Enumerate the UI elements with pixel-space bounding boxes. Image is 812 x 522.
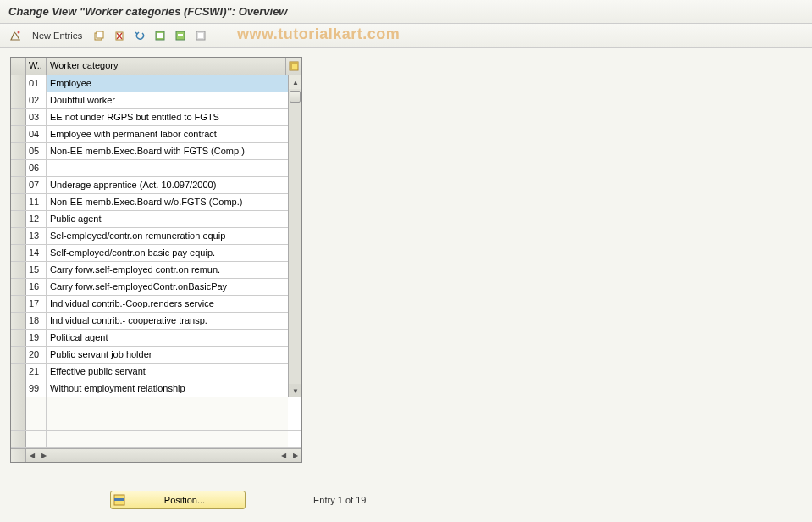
cell-code[interactable]: 15: [26, 262, 47, 278]
category-input[interactable]: [50, 163, 284, 173]
row-selector[interactable]: [11, 126, 26, 142]
cell-code[interactable]: 14: [26, 245, 47, 261]
col-header-code[interactable]: W..: [26, 58, 47, 75]
cell-category[interactable]: [47, 109, 288, 125]
cell-category[interactable]: [47, 211, 288, 227]
cell-code[interactable]: 03: [26, 109, 47, 125]
category-input[interactable]: [50, 315, 284, 325]
category-input[interactable]: [50, 197, 284, 207]
row-selector[interactable]: [11, 109, 26, 125]
cell-category[interactable]: [47, 177, 288, 193]
scroll-right-last-icon[interactable]: ▶: [290, 450, 301, 462]
cell-category[interactable]: [47, 75, 288, 92]
scroll-thumb[interactable]: [290, 91, 301, 103]
row-selector[interactable]: [11, 330, 26, 346]
cell-code[interactable]: 21: [26, 364, 47, 380]
cell-category[interactable]: [47, 279, 288, 295]
cell-code[interactable]: 04: [26, 126, 47, 142]
scroll-down-icon[interactable]: ▼: [289, 384, 302, 397]
category-input[interactable]: [50, 129, 284, 139]
category-input[interactable]: [50, 112, 284, 122]
category-input[interactable]: [50, 180, 284, 190]
row-selector[interactable]: [11, 313, 26, 329]
scroll-right-icon[interactable]: ◀: [278, 450, 290, 462]
cell-code[interactable]: 18: [26, 313, 47, 329]
cell-category[interactable]: [47, 347, 288, 363]
category-input[interactable]: [50, 78, 284, 88]
row-selector[interactable]: [11, 160, 26, 176]
toggle-icon[interactable]: [7, 27, 24, 44]
cell-category[interactable]: [47, 262, 288, 278]
horizontal-scrollbar[interactable]: ◀ ▶ ◀ ▶: [11, 448, 301, 462]
cell-category[interactable]: [47, 194, 288, 210]
cell-code[interactable]: 13: [26, 228, 47, 244]
cell-category[interactable]: [47, 92, 288, 108]
cell-category[interactable]: [47, 330, 288, 346]
category-input[interactable]: [50, 332, 284, 342]
row-selector[interactable]: [11, 228, 26, 244]
scroll-up-icon[interactable]: ▲: [289, 75, 302, 89]
cell-code[interactable]: 05: [26, 143, 47, 159]
cell-category[interactable]: [47, 380, 288, 397]
row-selector[interactable]: [11, 414, 26, 430]
cell-code[interactable]: 99: [26, 380, 47, 397]
col-header-category[interactable]: Worker category: [47, 58, 286, 75]
select-all-icon[interactable]: [152, 27, 168, 44]
row-selector[interactable]: [11, 347, 26, 363]
row-selector[interactable]: [11, 279, 26, 295]
category-input[interactable]: [50, 281, 284, 292]
vertical-scrollbar[interactable]: ▲ ▼: [288, 75, 301, 397]
cell-code[interactable]: 01: [26, 75, 47, 92]
cell-code[interactable]: 16: [26, 279, 47, 295]
new-entries-button[interactable]: New Entries: [27, 29, 87, 42]
row-selector[interactable]: [11, 296, 26, 312]
category-input[interactable]: [50, 146, 284, 156]
row-selector[interactable]: [11, 92, 26, 108]
row-selector[interactable]: [11, 245, 26, 261]
category-input[interactable]: [50, 247, 284, 258]
copy-icon[interactable]: [91, 27, 108, 44]
cell-code[interactable]: 12: [26, 211, 47, 227]
cell-code[interactable]: 19: [26, 330, 47, 346]
delete-icon[interactable]: [111, 27, 128, 44]
row-selector[interactable]: [11, 380, 26, 397]
category-input[interactable]: [50, 298, 284, 308]
category-input[interactable]: [50, 95, 284, 105]
select-block-icon[interactable]: [172, 27, 189, 44]
undo-icon[interactable]: [131, 27, 148, 44]
category-input[interactable]: [50, 383, 284, 393]
cell-category[interactable]: [47, 228, 288, 244]
row-selector[interactable]: [11, 364, 26, 380]
cell-code[interactable]: 11: [26, 194, 47, 210]
category-input[interactable]: [50, 230, 284, 241]
cell-category[interactable]: [47, 296, 288, 312]
scroll-track[interactable]: [289, 89, 301, 384]
category-input[interactable]: [50, 264, 284, 275]
cell-code[interactable]: 20: [26, 347, 47, 363]
category-input[interactable]: [50, 349, 284, 359]
cell-category[interactable]: [47, 143, 288, 159]
scroll-left-first-icon[interactable]: ◀: [26, 450, 38, 462]
cell-category[interactable]: [47, 313, 288, 329]
category-input[interactable]: [50, 214, 284, 224]
row-selector[interactable]: [11, 194, 26, 210]
scroll-left-icon[interactable]: ▶: [38, 450, 50, 462]
col-header-select[interactable]: [11, 58, 26, 75]
table-config-icon[interactable]: [286, 58, 301, 75]
category-input[interactable]: [50, 366, 284, 376]
cell-category[interactable]: [47, 126, 288, 142]
cell-category[interactable]: [47, 245, 288, 261]
cell-category[interactable]: [47, 160, 288, 176]
row-selector[interactable]: [11, 211, 26, 227]
row-selector[interactable]: [11, 143, 26, 159]
cell-code[interactable]: 06: [26, 160, 47, 176]
cell-code[interactable]: 02: [26, 92, 47, 108]
deselect-all-icon[interactable]: [192, 27, 209, 44]
row-selector[interactable]: [11, 177, 26, 193]
row-selector[interactable]: [11, 262, 26, 278]
row-selector[interactable]: [11, 431, 26, 447]
row-selector[interactable]: [11, 397, 26, 414]
position-button[interactable]: Position...: [110, 491, 246, 509]
row-selector[interactable]: [11, 75, 26, 92]
cell-code[interactable]: 07: [26, 177, 47, 193]
